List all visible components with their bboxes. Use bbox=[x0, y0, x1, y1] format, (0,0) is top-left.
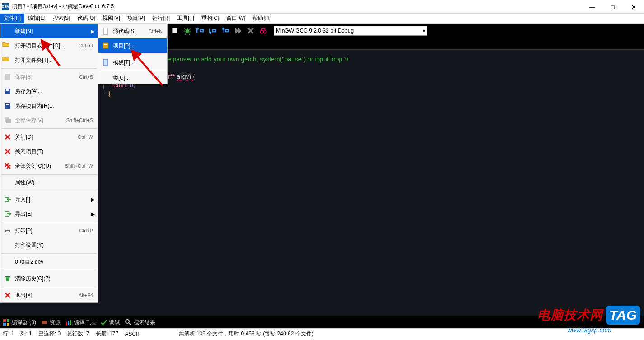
file-menu-save-as[interactable]: 另存为[A]... bbox=[0, 84, 98, 99]
tab-search-results[interactable]: 搜索结果 bbox=[125, 319, 155, 326]
file-menu-clear-history[interactable]: 清除历史[C](Z) bbox=[0, 271, 98, 286]
document-icon bbox=[100, 26, 111, 36]
menu-item-label: 导出[E] bbox=[15, 210, 93, 218]
menu-separator bbox=[1, 270, 97, 270]
svg-rect-21 bbox=[103, 43, 108, 48]
menu-search[interactable]: 搜索[S] bbox=[49, 14, 74, 23]
svg-rect-7 bbox=[5, 74, 10, 80]
menu-view[interactable]: 视图[V] bbox=[99, 14, 124, 23]
menu-run[interactable]: 运行[R] bbox=[149, 14, 173, 23]
compiler-icon bbox=[3, 319, 10, 326]
file-menu-print[interactable]: 打印[P] Ctrl+P bbox=[0, 223, 98, 238]
file-menu-open-folder[interactable]: 打开文件夹[T]... bbox=[0, 53, 98, 67]
menu-separator bbox=[1, 68, 97, 69]
new-project[interactable]: 项目[P]... bbox=[98, 38, 167, 53]
code-brace: } bbox=[108, 90, 111, 97]
menu-item-label: 全部保存[V] bbox=[15, 117, 66, 124]
menu-item-label: 打印设置(Y) bbox=[15, 241, 93, 249]
save-all-icon bbox=[2, 115, 13, 125]
file-menu-open[interactable]: 打开项目或文件[O]... Ctrl+O bbox=[0, 38, 98, 53]
file-menu-recent-0[interactable]: 0 项目2.dev bbox=[0, 255, 98, 269]
menu-separator bbox=[99, 54, 166, 54]
compiler-combo[interactable]: MinGW GCC 9.2.0 32-bit Debug ▾ bbox=[274, 26, 427, 36]
file-menu-close-proj[interactable]: 关闭项目(T) bbox=[0, 144, 98, 159]
menu-item-label: 另存为[A]... bbox=[15, 88, 93, 95]
menu-tools[interactable]: 工具[T] bbox=[173, 14, 198, 23]
statusbar: 行: 1 列: 1 已选择: 0 总行数: 7 长度: 177 ASCII 共解… bbox=[0, 328, 644, 339]
file-menu-new[interactable]: 新建[N] ▶ bbox=[0, 24, 98, 38]
status-len: 长度: 177 bbox=[96, 330, 119, 338]
tab-label: 调试 bbox=[109, 319, 120, 326]
toolbar-stop-icon[interactable] bbox=[169, 25, 181, 37]
svg-rect-27 bbox=[7, 323, 9, 326]
submenu-arrow-icon: ▶ bbox=[91, 212, 95, 217]
svg-rect-20 bbox=[103, 28, 108, 34]
file-menu-exit[interactable]: 退出[X] Alt+F4 bbox=[0, 288, 98, 302]
tab-compiler[interactable]: 编译器 (3) bbox=[3, 319, 36, 326]
new-template[interactable]: 模板[T]... bbox=[98, 55, 167, 70]
svg-rect-30 bbox=[68, 321, 69, 325]
tab-resources[interactable]: 资源 bbox=[41, 319, 61, 326]
project-icon bbox=[100, 41, 111, 51]
menu-item-shortcut: Alt+F4 bbox=[79, 293, 93, 298]
menu-item-label: 源代码[S] bbox=[113, 28, 149, 35]
menu-help[interactable]: 帮助[H] bbox=[249, 14, 274, 23]
svg-rect-31 bbox=[70, 320, 71, 325]
file-menu-dropdown: 新建[N] ▶ 打开项目或文件[O]... Ctrl+O 打开文件夹[T]...… bbox=[0, 24, 98, 303]
close-icon bbox=[2, 132, 13, 142]
file-menu-close-all[interactable]: 全部关闭[C](U) Shift+Ctrl+W bbox=[0, 159, 98, 173]
tab-label: 编译日志 bbox=[74, 319, 96, 326]
menu-edit[interactable]: 编辑[E] bbox=[24, 14, 49, 23]
code-editor[interactable]: ream> ogram using the console pauser or … bbox=[102, 38, 644, 98]
svg-rect-23 bbox=[103, 59, 108, 66]
minimize-button[interactable]: — bbox=[582, 0, 602, 14]
tab-debug[interactable]: 调试 bbox=[100, 319, 120, 326]
svg-rect-9 bbox=[6, 89, 9, 91]
status-total: 总行数: 7 bbox=[67, 330, 89, 338]
maximize-button[interactable]: □ bbox=[602, 0, 623, 14]
menu-separator bbox=[99, 71, 166, 71]
file-menu-save-proj-as[interactable]: 另存项目为(R)... bbox=[0, 99, 98, 113]
menu-separator bbox=[1, 174, 97, 175]
export-icon bbox=[2, 209, 13, 219]
close-button[interactable]: ✕ bbox=[623, 0, 644, 14]
file-menu-properties[interactable]: 属性(W)... bbox=[0, 175, 98, 190]
svg-rect-28 bbox=[42, 321, 47, 324]
file-menu-close[interactable]: 关闭[C] Ctrl+W bbox=[0, 130, 98, 144]
menu-project[interactable]: 项目[P] bbox=[124, 14, 149, 23]
svg-rect-11 bbox=[6, 104, 9, 105]
status-line: 行: 1 bbox=[3, 330, 14, 338]
menu-code[interactable]: 代码[O] bbox=[74, 14, 99, 23]
svg-rect-24 bbox=[3, 319, 6, 322]
toolbar-continue-icon[interactable] bbox=[232, 25, 244, 37]
tab-build-log[interactable]: 编译日志 bbox=[65, 319, 96, 326]
menu-item-shortcut: Ctrl+O bbox=[79, 43, 93, 48]
toolbar-step-over-icon[interactable] bbox=[194, 25, 206, 37]
menu-refactor[interactable]: 重构[C] bbox=[198, 14, 223, 23]
menu-separator bbox=[1, 128, 97, 129]
close-icon bbox=[2, 146, 13, 156]
new-class[interactable]: 类[C]... bbox=[98, 72, 167, 84]
file-menu-print-setup[interactable]: 打印设置(Y) bbox=[0, 238, 98, 252]
log-icon bbox=[65, 319, 72, 326]
file-menu-export[interactable]: 导出[E] ▶ bbox=[0, 207, 98, 221]
toolbar-step-out-icon[interactable] bbox=[219, 25, 231, 37]
svg-rect-4 bbox=[225, 30, 229, 32]
menu-item-shortcut: Ctrl+P bbox=[79, 228, 93, 233]
menu-item-label: 另存项目为(R)... bbox=[15, 102, 93, 110]
toolbar-stop-debug-icon[interactable] bbox=[245, 25, 257, 37]
toolbar-step-into-icon[interactable] bbox=[207, 25, 219, 37]
menu-file[interactable]: 文件[F] bbox=[0, 14, 24, 23]
svg-point-5 bbox=[260, 30, 263, 33]
menu-window[interactable]: 窗口[W] bbox=[223, 14, 249, 23]
file-menu-import[interactable]: 导入[I] ▶ bbox=[0, 192, 98, 207]
new-source-code[interactable]: 源代码[S] Ctrl+N bbox=[98, 24, 167, 38]
menu-item-label: 类[C]... bbox=[113, 74, 163, 82]
titlebar: DEV 项目3 - [项目3.dev] - 小熊猫Dev-C++ 6.7.5 —… bbox=[0, 0, 644, 14]
toolbar-memory-icon[interactable] bbox=[257, 25, 269, 37]
menu-item-label: 保存[S] bbox=[15, 73, 79, 81]
toolbar-debug-icon[interactable] bbox=[182, 25, 193, 37]
status-sel: 已选择: 0 bbox=[38, 330, 61, 338]
svg-point-6 bbox=[263, 30, 266, 33]
chevron-down-icon: ▾ bbox=[423, 28, 425, 33]
